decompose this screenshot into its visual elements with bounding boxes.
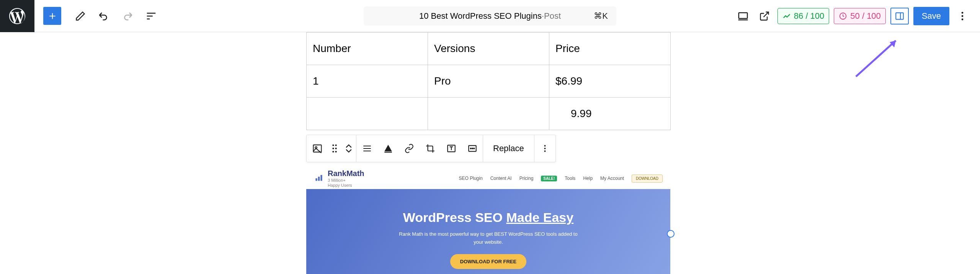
svg-rect-2 xyxy=(896,13,903,19)
svg-point-3 xyxy=(962,11,964,13)
document-title: 10 Best WordPress SEO Plugins xyxy=(419,11,542,21)
readability-score-badge[interactable]: 50 / 100 xyxy=(834,8,886,24)
image-hero-headline: WordPress SEO Made Easy xyxy=(403,210,573,225)
table-cell[interactable]: 1 xyxy=(307,65,428,98)
caption-icon[interactable] xyxy=(377,135,399,162)
redo-icon[interactable] xyxy=(122,10,133,22)
text-overlay-icon[interactable] xyxy=(441,135,462,162)
document-title-button[interactable]: 10 Best WordPress SEO Plugins · Post ⌘K xyxy=(364,7,616,26)
table-cell[interactable]: $6.99 xyxy=(549,65,671,98)
table-cell[interactable] xyxy=(307,98,428,130)
svg-point-8 xyxy=(332,144,334,146)
svg-rect-0 xyxy=(739,13,748,18)
svg-rect-6 xyxy=(313,145,321,152)
sidebar-toggle-button[interactable] xyxy=(890,8,909,24)
svg-point-20 xyxy=(544,145,546,147)
image-hero-subhead: Rank Math is the most powerful way to ge… xyxy=(397,230,580,246)
move-up-down-icon[interactable] xyxy=(341,135,356,162)
image-site-header: RankMath 3 Million+ Happy Users SEO Plug… xyxy=(306,168,670,189)
seo-score-badge[interactable]: 86 / 100 xyxy=(777,8,830,24)
table-header-cell[interactable]: Versions xyxy=(428,33,549,65)
table-row: Number Versions Price xyxy=(307,33,671,65)
add-block-button[interactable] xyxy=(43,7,61,25)
more-options-icon[interactable] xyxy=(534,135,555,162)
table-cell[interactable] xyxy=(428,98,549,130)
table-cell[interactable]: 9.99 xyxy=(549,98,671,130)
rankmath-logo: RankMath 3 Million+ Happy Users xyxy=(314,169,364,187)
svg-point-12 xyxy=(332,151,334,152)
image-site-nav: SEO Plugin Content AI Pricing SALE! Tool… xyxy=(459,175,663,183)
undo-icon[interactable] xyxy=(98,10,109,22)
svg-point-9 xyxy=(335,144,336,146)
svg-point-21 xyxy=(544,148,546,149)
table-header-cell[interactable]: Number xyxy=(307,33,428,65)
image-block-toolbar: Replace xyxy=(306,135,556,162)
svg-marker-24 xyxy=(890,41,896,47)
command-palette-shortcut: ⌘K xyxy=(594,11,608,21)
svg-point-11 xyxy=(335,148,336,149)
svg-line-23 xyxy=(856,41,896,77)
annotation-arrow xyxy=(851,34,905,80)
align-icon[interactable] xyxy=(356,135,377,162)
image-resize-handle-right[interactable] xyxy=(667,230,675,238)
svg-point-5 xyxy=(962,18,964,20)
image-hero-cta: DOWNLOAD FOR FREE xyxy=(450,254,526,269)
table-header-cell[interactable]: Price xyxy=(549,33,671,65)
replace-button[interactable]: Replace xyxy=(483,144,534,153)
svg-point-18 xyxy=(472,148,472,149)
link-icon[interactable] xyxy=(399,135,420,162)
edit-tool-icon[interactable] xyxy=(75,11,86,21)
duotone-icon[interactable] xyxy=(462,135,483,162)
table-row: 1 Pro $6.99 xyxy=(307,65,671,98)
crop-icon[interactable] xyxy=(420,135,441,162)
table-row: 9.99 xyxy=(307,98,671,130)
block-type-image-icon[interactable] xyxy=(307,135,328,162)
image-block[interactable]: RankMath 3 Million+ Happy Users SEO Plug… xyxy=(306,168,670,274)
table-cell[interactable]: Pro xyxy=(428,65,549,98)
readability-score-value: 50 / 100 xyxy=(850,11,881,21)
options-menu-icon[interactable] xyxy=(954,8,971,24)
svg-point-10 xyxy=(332,148,334,149)
svg-point-13 xyxy=(335,151,336,152)
document-overview-icon[interactable] xyxy=(145,10,157,22)
drag-handle-icon[interactable] xyxy=(328,135,341,162)
view-device-icon[interactable] xyxy=(735,8,751,24)
svg-point-17 xyxy=(470,148,471,149)
image-hero-section: WordPress SEO Made Easy Rank Math is the… xyxy=(306,189,670,274)
view-post-external-icon[interactable] xyxy=(756,8,773,24)
svg-point-4 xyxy=(962,15,964,17)
wordpress-logo[interactable] xyxy=(0,0,34,32)
save-button[interactable]: Save xyxy=(913,7,949,25)
pricing-table[interactable]: Number Versions Price 1 Pro $6.99 9.99 xyxy=(306,32,671,130)
svg-point-22 xyxy=(544,150,546,152)
svg-rect-14 xyxy=(384,152,392,153)
seo-score-value: 86 / 100 xyxy=(794,11,825,21)
document-type: Post xyxy=(544,11,561,21)
svg-point-19 xyxy=(474,148,474,149)
